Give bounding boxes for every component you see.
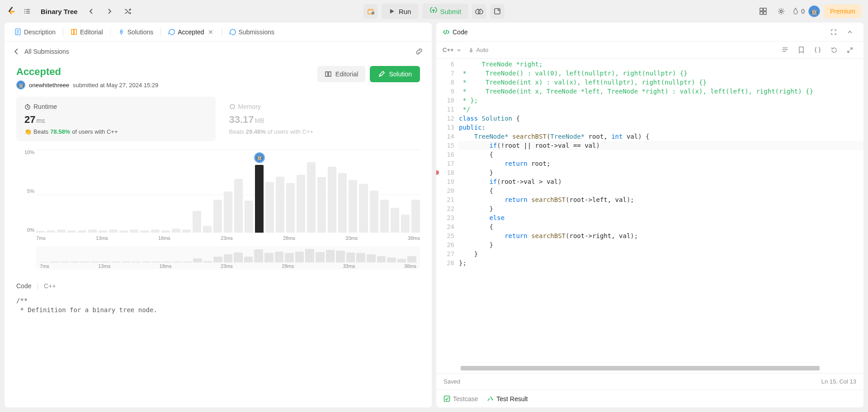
streak-counter[interactable]: 0 <box>792 7 805 15</box>
chart-bar[interactable] <box>411 200 420 233</box>
submitted-time: submitted at May 27, 2024 15:29 <box>73 82 158 89</box>
chart-bar[interactable] <box>130 229 138 233</box>
username[interactable]: onewhitethreee <box>29 82 69 89</box>
settings-icon[interactable] <box>774 4 788 19</box>
svg-point-9 <box>780 10 783 13</box>
next-problem-icon[interactable] <box>102 4 117 19</box>
code-editor[interactable]: 6789101112131415161718192021222324252627… <box>436 59 863 360</box>
shuffle-icon[interactable] <box>120 4 135 19</box>
top-bar: Binary Tree Run Submit 0 🤖 Premium <box>0 0 868 23</box>
format-icon[interactable] <box>778 43 792 57</box>
chart-bar[interactable] <box>193 211 201 233</box>
tab-accepted[interactable]: Accepted✕ <box>164 23 218 42</box>
code-section-label: Code <box>16 282 31 290</box>
testcase-tab[interactable]: Testcase <box>443 395 478 403</box>
tab-description[interactable]: Description <box>10 23 60 42</box>
chart-bar[interactable] <box>286 183 295 233</box>
chart-bar[interactable] <box>203 226 212 233</box>
submitter-info: 🤖 onewhitethreee submitted at May 27, 20… <box>16 80 158 89</box>
runtime-card[interactable]: Runtime 27ms 👏Beats 78.58% of users with… <box>16 97 216 141</box>
timer-icon[interactable] <box>472 4 486 19</box>
chart-bar[interactable] <box>276 177 284 233</box>
chart-bar[interactable] <box>245 201 253 233</box>
debug-icon[interactable] <box>363 4 378 19</box>
run-button[interactable]: Run <box>382 4 419 19</box>
chart-bar[interactable] <box>36 231 45 233</box>
left-tab-bar: Description Editorial Solutions Accepted… <box>5 23 432 42</box>
chart-bar[interactable] <box>140 230 149 233</box>
horizontal-scrollbar[interactable] <box>436 366 863 371</box>
left-panel: Description Editorial Solutions Accepted… <box>5 23 432 407</box>
chart-bar[interactable] <box>67 230 76 233</box>
chart-bar[interactable] <box>370 191 378 233</box>
chart-bar[interactable] <box>380 200 389 233</box>
fullscreen-icon[interactable] <box>826 25 841 39</box>
auto-label: Auto <box>468 47 489 53</box>
chart-bar[interactable] <box>151 229 160 233</box>
svg-point-3 <box>478 9 483 14</box>
code-section-lang: C++ <box>44 282 56 290</box>
chart-bar[interactable] <box>99 230 107 233</box>
prev-problem-icon[interactable] <box>84 4 99 19</box>
chart-bar[interactable] <box>224 192 232 233</box>
svg-rect-8 <box>764 12 766 14</box>
reset-icon[interactable] <box>826 43 841 57</box>
chart-bar[interactable]: 🤖 <box>255 165 264 233</box>
chart-bar[interactable] <box>391 208 399 233</box>
svg-rect-5 <box>760 8 763 11</box>
solution-button[interactable]: Solution <box>370 66 420 82</box>
overview-chart[interactable]: 7ms13ms18ms23ms28ms33ms38ms <box>36 246 420 270</box>
tab-solutions[interactable]: Solutions <box>113 23 158 42</box>
chart-bar[interactable] <box>161 230 170 233</box>
right-panel: Code C++ Auto 67891011121314151617181920… <box>436 23 863 407</box>
chart-bar[interactable] <box>349 180 357 233</box>
close-icon[interactable]: ✕ <box>207 28 214 36</box>
user-avatar[interactable]: 🤖 <box>808 5 820 17</box>
chart-bar[interactable] <box>172 229 180 233</box>
chart-bar[interactable] <box>57 229 66 233</box>
bookmark-icon[interactable] <box>794 43 808 57</box>
chart-bar[interactable] <box>109 229 118 233</box>
chart-bar[interactable] <box>182 229 191 233</box>
chart-bar[interactable] <box>297 175 305 233</box>
chart-bar[interactable] <box>213 200 222 233</box>
collapse-icon[interactable] <box>843 25 857 39</box>
expand-icon[interactable] <box>843 43 857 57</box>
code-tab[interactable]: Code <box>443 28 467 36</box>
chart-bar[interactable] <box>78 230 86 233</box>
submit-button[interactable]: Submit <box>422 4 468 19</box>
chart-bar[interactable] <box>317 177 326 233</box>
problem-list-icon[interactable] <box>20 4 34 19</box>
memory-card[interactable]: Memory 33.17MB Beats 29.46% of users wit… <box>221 97 420 141</box>
braces-icon[interactable] <box>810 43 825 57</box>
test-result-tab[interactable]: Test Result <box>487 395 528 403</box>
share-link-icon[interactable] <box>415 47 424 56</box>
chart-bar[interactable] <box>88 229 97 233</box>
leetcode-logo[interactable] <box>6 6 16 16</box>
tab-submissions[interactable]: Submissions <box>225 23 279 42</box>
premium-button[interactable]: Premium <box>824 5 862 18</box>
chart-bar[interactable] <box>307 162 316 233</box>
back-to-submissions[interactable]: All Submissions <box>13 48 69 55</box>
chart-bar[interactable] <box>338 173 347 233</box>
tab-editorial[interactable]: Editorial <box>66 23 108 42</box>
runtime-distribution-chart[interactable]: 10%5%0% 🤖 7ms13ms18ms23ms28ms33ms38ms 7m… <box>16 150 420 270</box>
chart-bar[interactable] <box>359 184 368 233</box>
problem-title[interactable]: Binary Tree <box>41 8 78 15</box>
svg-rect-13 <box>444 396 450 402</box>
chart-bar[interactable] <box>328 167 336 233</box>
svg-rect-6 <box>764 8 766 11</box>
chart-bar[interactable] <box>401 215 410 233</box>
editorial-button[interactable]: Editorial <box>317 66 366 82</box>
chart-bar[interactable] <box>265 182 274 233</box>
notes-icon[interactable] <box>490 4 505 19</box>
layout-icon[interactable] <box>756 4 770 19</box>
chart-bar[interactable] <box>47 230 55 233</box>
chart-bar[interactable] <box>234 179 243 233</box>
save-status: Saved <box>443 378 460 385</box>
language-selector[interactable]: C++ <box>443 47 461 53</box>
chart-bar[interactable] <box>119 230 128 233</box>
svg-rect-7 <box>760 12 763 14</box>
svg-rect-12 <box>231 105 234 108</box>
result-status: Accepted <box>16 66 158 78</box>
